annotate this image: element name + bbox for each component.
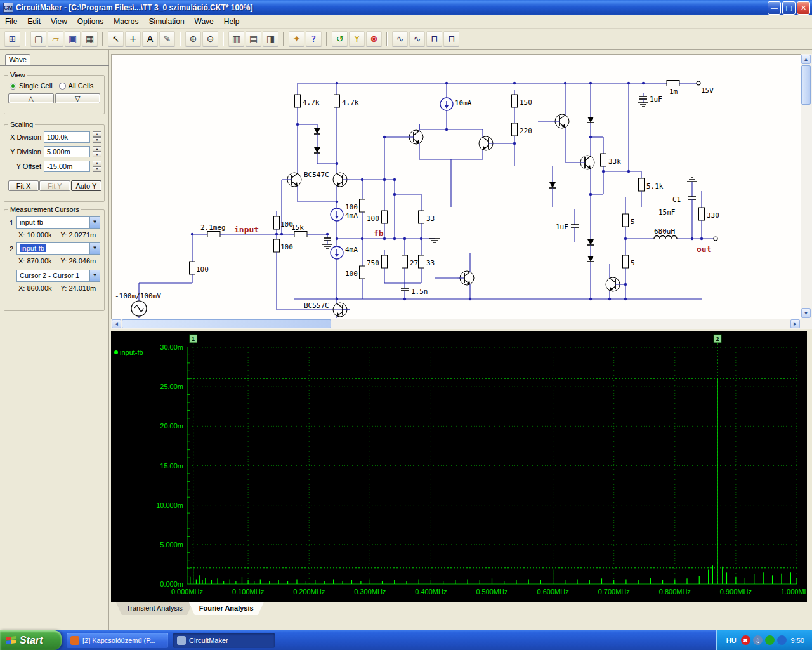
vscroll-thumb[interactable]	[801, 65, 811, 105]
task-label: CircuitMaker	[189, 637, 228, 644]
spin-up-icon[interactable]: ▲	[93, 161, 102, 166]
schematic-vscrollbar[interactable]: ▲ ▼	[801, 54, 812, 319]
part-browser-icon[interactable]: ▤	[246, 31, 261, 46]
simulation-tools-icon[interactable]: ✦	[289, 31, 304, 46]
network-icon[interactable]	[777, 635, 787, 645]
status-green-icon[interactable]	[765, 635, 775, 645]
scope-transient-icon[interactable]: ∿	[392, 31, 408, 46]
language-indicator[interactable]: HU	[726, 637, 737, 644]
scaling-field-2[interactable]: -15.00m	[44, 161, 90, 172]
cursor2-signal-combobox[interactable]: input-fb ▼	[16, 242, 100, 255]
probe-icon[interactable]: Y	[349, 31, 365, 46]
cursor-diff-combobox[interactable]: Cursor 2 - Cursor 1 ▼	[16, 270, 100, 282]
hscroll-thumb[interactable]	[122, 319, 331, 328]
zoom-page-icon[interactable]: ▥	[228, 31, 244, 46]
scope-digital-icon[interactable]: ⊓	[443, 31, 459, 46]
spin-up-icon[interactable]: ▲	[93, 131, 102, 137]
cell-down-button[interactable]: ▽	[55, 93, 101, 103]
open-file-icon[interactable]: ▱	[48, 31, 63, 46]
spin-down-icon[interactable]: ▼	[93, 152, 102, 157]
close-button[interactable]: ✕	[797, 1, 810, 15]
svg-text:4.7k: 4.7k	[303, 98, 320, 107]
fit-x-button[interactable]: Fit X	[8, 180, 39, 191]
save-icon[interactable]: ▣	[65, 31, 81, 46]
waveform-panel[interactable]: 30.00m25.00m20.00m15.00m10.000m5.000m0.0…	[111, 331, 807, 602]
tab-wave[interactable]: Wave	[5, 54, 30, 65]
menu-file[interactable]: File	[0, 16, 22, 27]
circuitmaker-window: CM CircuitMaker - [C:\Program Files\...\…	[0, 0, 812, 650]
restore-button[interactable]: ▢	[782, 1, 796, 15]
cursor-diff-x-readout: X: 860.00k	[18, 284, 52, 292]
title-bar[interactable]: CM CircuitMaker - [C:\Program Files\...\…	[0, 0, 812, 15]
chevron-down-icon[interactable]: ▼	[89, 270, 100, 281]
scope-ac-icon[interactable]: ∿	[409, 31, 425, 46]
zoom-out-icon[interactable]: ⊖	[202, 31, 218, 46]
tab-transient-analysis[interactable]: Transient Analysis	[116, 602, 193, 615]
scroll-down-icon[interactable]: ▼	[801, 308, 811, 318]
cell-up-button[interactable]: △	[8, 93, 54, 103]
place-part-icon[interactable]: +	[125, 31, 141, 46]
svg-text:1uF: 1uF	[650, 95, 662, 103]
svg-text:15.00m: 15.00m	[160, 462, 183, 470]
svg-text:5.1k: 5.1k	[646, 182, 664, 190]
task-label: [2] Kapcsolóüzemű (P...	[82, 637, 155, 644]
circuitmaker-logo-icon[interactable]: ⊞	[4, 31, 20, 46]
spin-down-icon[interactable]: ▼	[93, 166, 102, 172]
start-button[interactable]: Start	[0, 630, 62, 650]
taskbar-task-circuitmaker[interactable]: CircuitMaker	[173, 633, 275, 648]
schematic-hscrollbar[interactable]: ◄ ►	[111, 319, 801, 329]
spinner[interactable]: ▲▼	[93, 161, 102, 172]
scaling-field-label: Y Offset	[8, 162, 41, 170]
reset-icon[interactable]: ↺	[332, 31, 348, 46]
svg-text:100: 100	[196, 265, 209, 274]
spinner[interactable]: ▲▼	[93, 131, 102, 143]
menu-simulation[interactable]: Simulation	[144, 16, 190, 27]
wire-tool-icon[interactable]: ✎	[159, 31, 175, 46]
scroll-up-icon[interactable]: ▲	[801, 55, 811, 64]
menu-wave[interactable]: Wave	[190, 16, 219, 27]
minimize-button[interactable]: —	[768, 1, 781, 15]
menu-view[interactable]: View	[46, 16, 72, 27]
print-icon[interactable]: ▦	[82, 31, 98, 46]
spinner[interactable]: ▲▼	[93, 146, 102, 157]
security-alert-icon[interactable]: ✖	[741, 635, 750, 645]
fit-y-button[interactable]: Fit Y	[39, 180, 70, 191]
radio-single-cell[interactable]: Single Cell	[10, 82, 53, 90]
menu-bar: FileEditViewOptionsMacrosSimulationWaveH…	[0, 15, 812, 29]
stop-icon[interactable]: ⊗	[366, 31, 382, 46]
new-file-icon[interactable]: ▢	[30, 31, 46, 46]
help-icon[interactable]: ?	[306, 31, 322, 46]
scaling-field-label: Y Division	[8, 148, 41, 156]
svg-text:15k: 15k	[291, 223, 304, 232]
volume-icon[interactable]: ♫	[753, 635, 763, 645]
spin-down-icon[interactable]: ▼	[93, 137, 102, 143]
cursor1-signal-combobox[interactable]: input-fb ▼	[16, 216, 100, 229]
auto-y-button[interactable]: Auto Y	[71, 180, 102, 191]
zoom-in-icon[interactable]: ⊕	[185, 31, 201, 46]
scroll-left-icon[interactable]: ◄	[112, 319, 121, 328]
svg-text:input: input	[234, 225, 259, 234]
digital-analog-icon[interactable]: ◨	[263, 31, 278, 46]
scaling-field-1[interactable]: 5.000m	[44, 146, 90, 157]
schematic-canvas[interactable]: 4.7k4.7k15022033k5.1k330551001001001004m…	[111, 54, 801, 319]
menu-edit[interactable]: Edit	[22, 16, 46, 27]
menu-options[interactable]: Options	[72, 16, 108, 27]
chevron-down-icon[interactable]: ▼	[89, 217, 100, 228]
select-arrow-icon[interactable]: ↖	[108, 31, 124, 46]
scope-dc-icon[interactable]: ⊓	[426, 31, 442, 46]
radio-all-cells[interactable]: All Cells	[59, 82, 94, 90]
chevron-down-icon[interactable]: ▼	[89, 243, 100, 254]
menu-help[interactable]: Help	[219, 16, 245, 27]
taskbar-task-browser[interactable]: [2] Kapcsolóüzemű (P...	[67, 633, 168, 648]
svg-text:2.1meg: 2.1meg	[200, 223, 226, 232]
scaling-row: Y Offset-15.00m▲▼	[8, 161, 102, 172]
tab-fourier-analysis[interactable]: Fourier Analysis	[189, 602, 264, 615]
cursor-diff-y-readout: Y: 24.018m	[61, 284, 96, 292]
scaling-field-0[interactable]: 100.0k	[44, 131, 90, 143]
svg-text:5: 5	[631, 259, 635, 267]
menu-macros[interactable]: Macros	[108, 16, 143, 27]
svg-text:C1: C1	[672, 196, 681, 204]
text-tool-icon[interactable]: A	[142, 31, 158, 46]
spin-up-icon[interactable]: ▲	[93, 146, 102, 152]
scroll-right-icon[interactable]: ►	[790, 319, 800, 328]
